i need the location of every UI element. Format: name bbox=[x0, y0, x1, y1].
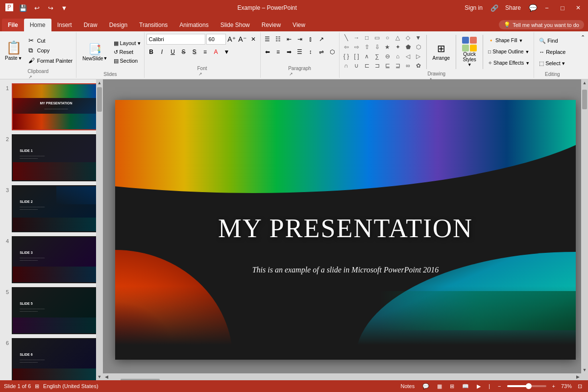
slide-subtitle[interactable]: This is an example of a slide in Microso… bbox=[252, 266, 439, 274]
tab-slideshow[interactable]: Slide Show bbox=[215, 19, 256, 31]
signin-button[interactable]: Sign in bbox=[465, 4, 483, 11]
tab-insert[interactable]: Insert bbox=[51, 19, 78, 31]
shape-23[interactable]: ⊒ bbox=[393, 61, 403, 70]
shape-arrow[interactable]: → bbox=[352, 33, 362, 42]
cut-button[interactable]: ✂ Cut bbox=[27, 36, 74, 45]
shape-5[interactable]: ⇩ bbox=[372, 43, 382, 51]
shape-triangle[interactable]: △ bbox=[393, 33, 403, 42]
reset-button[interactable]: ↺ Reset bbox=[112, 48, 142, 56]
shape-21[interactable]: ⊐ bbox=[372, 61, 382, 70]
tab-file[interactable]: File bbox=[2, 19, 24, 31]
shape-9[interactable]: ⬡ bbox=[414, 43, 423, 51]
slide-panel-scroll-down[interactable]: ▼ bbox=[96, 373, 103, 380]
format-painter-button[interactable]: 🖌 Format Painter bbox=[27, 56, 74, 65]
tab-home[interactable]: Home bbox=[24, 19, 51, 31]
scroll-right-arrow[interactable]: ▶ bbox=[574, 373, 581, 380]
scroll-thumb-v[interactable] bbox=[582, 90, 587, 109]
slide-panel-scroll-thumb[interactable] bbox=[97, 87, 102, 112]
save-button[interactable]: 💾 bbox=[18, 2, 28, 13]
tab-transitions[interactable]: Transitions bbox=[133, 19, 173, 31]
underline-button[interactable]: U bbox=[168, 47, 178, 57]
clear-formatting-button[interactable]: ✕ bbox=[248, 34, 258, 44]
shape-22[interactable]: ⊑ bbox=[383, 61, 392, 70]
tab-animations[interactable]: Animations bbox=[173, 19, 214, 31]
minimize-button[interactable]: − bbox=[541, 2, 553, 14]
quick-styles-arrow[interactable]: ▼ bbox=[467, 62, 472, 67]
normal-view-button[interactable]: ▦ bbox=[435, 382, 444, 391]
shape-4[interactable]: ⇧ bbox=[362, 43, 372, 51]
maximize-button[interactable]: □ bbox=[557, 2, 568, 14]
tab-design[interactable]: Design bbox=[103, 19, 133, 31]
effects-arrow[interactable]: ▼ bbox=[525, 61, 530, 66]
shape-10[interactable]: { } bbox=[342, 52, 351, 61]
shape-17[interactable]: ▷ bbox=[414, 52, 423, 61]
bold-button[interactable]: B bbox=[147, 47, 156, 57]
slide-thumb-1[interactable]: MY PRESENTATION ───────────────── bbox=[12, 83, 100, 130]
spacing-button[interactable]: ≡ bbox=[200, 47, 210, 57]
paste-dropdown-arrow[interactable]: ▼ bbox=[18, 56, 23, 61]
align-left-button[interactable]: ⬅ bbox=[263, 47, 272, 57]
slide-thumb-4[interactable]: SLIDE 3 ─────────────────────────────── bbox=[12, 236, 100, 283]
slide-canvas[interactable]: MY PRESENTATION This is an example of a … bbox=[115, 100, 576, 360]
shape-20[interactable]: ⊏ bbox=[362, 61, 372, 70]
scroll-down-arrow[interactable]: ▼ bbox=[581, 367, 588, 373]
copy-button[interactable]: ⧉ Copy bbox=[27, 46, 74, 55]
new-slide-arrow[interactable]: ▼ bbox=[103, 56, 108, 61]
shape-rounded-rect[interactable]: ▭ bbox=[372, 33, 382, 42]
slide-thumb-3[interactable]: SLIDE 2 ─────────────────────────────── bbox=[12, 185, 100, 232]
convert-button[interactable]: ⇌ bbox=[317, 47, 326, 57]
shape-24[interactable]: ∞ bbox=[403, 61, 413, 70]
shape-6[interactable]: ★ bbox=[383, 43, 392, 51]
scroll-left-arrow[interactable]: ◀ bbox=[103, 373, 110, 380]
reading-view-button[interactable]: 📖 bbox=[460, 382, 471, 391]
comment-icon[interactable]: 💬 bbox=[529, 4, 537, 12]
shape-12[interactable]: ∧ bbox=[362, 52, 372, 61]
notes-button[interactable]: Notes bbox=[398, 382, 416, 390]
shape-diamond[interactable]: ◇ bbox=[403, 33, 413, 42]
collapse-icon[interactable]: ⌃ bbox=[579, 33, 587, 42]
strikethrough-button[interactable]: S bbox=[179, 47, 189, 57]
numbering-button[interactable]: ☷ bbox=[273, 34, 283, 44]
increase-font-button[interactable]: A⁺ bbox=[227, 34, 237, 44]
zoom-out-button[interactable]: − bbox=[496, 382, 503, 390]
zoom-slider-thumb[interactable] bbox=[526, 383, 532, 389]
scroll-thumb-h[interactable] bbox=[121, 379, 160, 380]
close-button[interactable]: ✕ bbox=[572, 2, 584, 14]
zoom-slider[interactable] bbox=[507, 385, 546, 387]
tab-view[interactable]: View bbox=[287, 19, 311, 31]
section-button[interactable]: ▤ Section bbox=[112, 57, 142, 65]
font-color-button[interactable]: A bbox=[211, 47, 221, 57]
italic-button[interactable]: I bbox=[157, 47, 167, 57]
shape-3[interactable]: ⇨ bbox=[352, 43, 362, 51]
slide-thumb-6[interactable]: SLIDE 6 ─────────────────────────────── bbox=[12, 338, 100, 380]
columns-button[interactable]: ⫿ bbox=[306, 34, 316, 44]
slide-thumb-5[interactable]: SLIDE 5 ─────────────────────────────── bbox=[12, 287, 100, 334]
shape-16[interactable]: ◁ bbox=[403, 52, 413, 61]
arrange-button[interactable]: ⊞ Arrange bbox=[430, 35, 453, 69]
scroll-up-arrow[interactable]: ▲ bbox=[581, 79, 588, 86]
quick-styles-button[interactable]: Quick Styles ▼ bbox=[459, 35, 480, 69]
justify-button[interactable]: ☰ bbox=[295, 47, 305, 57]
bullets-button[interactable]: ☰ bbox=[263, 34, 272, 44]
slide-canvas-area[interactable]: ▲ ▼ ◀ ▶ bbox=[103, 79, 588, 380]
align-center-button[interactable]: ≡ bbox=[273, 47, 283, 57]
replace-button[interactable]: ↔ Replace bbox=[536, 47, 568, 57]
shape-outline-button[interactable]: □ Shape Outline ▼ bbox=[486, 47, 532, 57]
outline-arrow[interactable]: ▼ bbox=[525, 49, 530, 54]
collapse-ribbon-button[interactable]: ⌃ bbox=[578, 32, 588, 78]
shape-14[interactable]: ⊖ bbox=[383, 52, 392, 61]
paragraph-expand-btn[interactable]: ↗ bbox=[288, 71, 294, 77]
shape-effects-button[interactable]: ✧ Shape Effects ▼ bbox=[486, 58, 532, 69]
new-slide-button[interactable]: 📑 New Slide ▼ bbox=[78, 35, 111, 69]
font-name-input[interactable] bbox=[147, 34, 205, 45]
share-button[interactable]: Share bbox=[505, 4, 521, 11]
shape-7[interactable]: ✦ bbox=[393, 43, 403, 51]
smart-art-button[interactable]: ⬡ bbox=[327, 47, 337, 57]
shape-19[interactable]: ∪ bbox=[352, 61, 362, 70]
shape-more[interactable]: ▼ bbox=[414, 33, 423, 42]
slide-main-title[interactable]: MY PRESENTATION bbox=[218, 213, 473, 244]
shape-11[interactable]: [ ] bbox=[352, 52, 362, 61]
font-size-input[interactable] bbox=[206, 34, 226, 45]
shape-13[interactable]: ∑ bbox=[372, 52, 382, 61]
align-right-button[interactable]: ➡ bbox=[284, 47, 294, 57]
